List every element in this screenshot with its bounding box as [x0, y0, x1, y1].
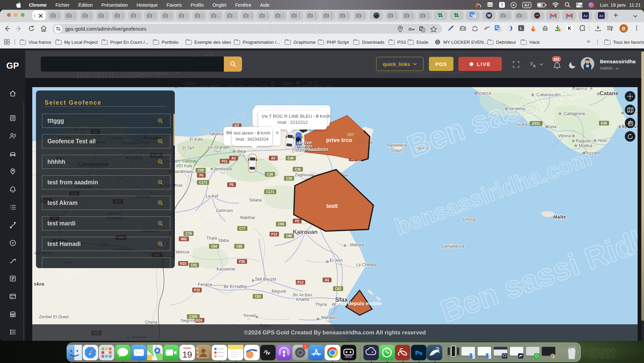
- svg-text:Thyna: Thyna: [315, 302, 327, 307]
- svg-text:P15: P15: [194, 288, 200, 292]
- svg-text:Cheria: Cheria: [145, 320, 158, 325]
- svg-text:prive trco: prive trco: [326, 137, 352, 143]
- svg-text:P3E: P3E: [239, 260, 245, 263]
- svg-text:C40: C40: [288, 156, 294, 160]
- svg-text:Siliana: Siliana: [249, 198, 262, 203]
- svg-text:C28: C28: [267, 173, 273, 176]
- svg-text:A3: A3: [232, 156, 236, 160]
- svg-text:C86: C86: [286, 234, 292, 238]
- svg-text:19: 19: [183, 350, 192, 360]
- svg-text:Sfax depuis mobile: Sfax depuis mobile: [336, 300, 382, 306]
- svg-text:C27: C27: [348, 133, 354, 137]
- svg-text:P11: P11: [222, 159, 228, 163]
- svg-text:Thala: Thala: [206, 236, 217, 241]
- svg-text:Mahares: Mahares: [321, 315, 338, 320]
- svg-text:A: A: [533, 64, 536, 68]
- svg-text:Béja: Béja: [237, 149, 246, 154]
- svg-text:Raguse: Raguse: [576, 139, 590, 143]
- svg-text:skra: skra: [34, 281, 45, 287]
- svg-text:Gela: Gela: [548, 124, 556, 129]
- svg-text:P6: P6: [199, 174, 204, 177]
- svg-text:C77: C77: [239, 227, 246, 230]
- svg-text:Sbiba: Sbiba: [218, 238, 229, 243]
- svg-text:testt: testt: [326, 203, 338, 209]
- svg-text:Kasserine: Kasserine: [216, 267, 235, 271]
- svg-text:Zeribet El Oued: Zeribet El Oued: [39, 315, 69, 319]
- svg-text:P2: P2: [295, 219, 299, 223]
- svg-text:A3: A3: [271, 156, 276, 160]
- svg-text:Caltagirone: Caltagirone: [564, 111, 585, 116]
- svg-text:C58: C58: [198, 169, 204, 172]
- svg-text:K: K: [568, 26, 571, 31]
- svg-text:C84: C84: [211, 245, 217, 248]
- svg-text:Fériana: Fériana: [198, 282, 212, 287]
- svg-text:( from aaadmin: ( from aaadmin: [292, 146, 328, 152]
- svg-text:Linosa: Linosa: [463, 217, 476, 222]
- svg-text:C85: C85: [236, 245, 243, 248]
- svg-text:Noto: Noto: [598, 138, 607, 143]
- svg-text:C91: C91: [191, 263, 197, 267]
- svg-text:XC: XC: [544, 27, 547, 30]
- svg-text:Malte: Malte: [553, 214, 566, 220]
- svg-text:Ae: Ae: [599, 14, 604, 18]
- svg-text:x: x: [474, 15, 475, 19]
- svg-text:Makthar: Makthar: [240, 215, 255, 220]
- svg-text:P12: P12: [271, 232, 277, 236]
- svg-text:Ps: Ps: [415, 350, 422, 356]
- svg-text:El Jem: El Jem: [330, 258, 343, 263]
- svg-text:Zaghouan: Zaghouan: [295, 173, 314, 177]
- svg-text:Bir El Haffey: Bir El Haffey: [224, 284, 247, 289]
- svg-text:Pantelleria: Pantelleria: [387, 143, 407, 148]
- svg-text:Sidi Bouzid: Sidi Bouzid: [255, 277, 276, 282]
- svg-text:Tébessa: Tébessa: [173, 250, 189, 254]
- svg-text:C173: C173: [199, 181, 207, 184]
- svg-text:N10: N10: [180, 262, 187, 265]
- svg-text:Kélibia: Kélibia: [356, 140, 369, 145]
- svg-text:C171: C171: [266, 190, 274, 194]
- svg-text:P5: P5: [230, 183, 234, 187]
- svg-text:C28: C28: [286, 177, 292, 180]
- svg-text:C36: C36: [295, 168, 301, 171]
- svg-text:E45: E45: [601, 121, 607, 125]
- svg-text:tv: tv: [266, 350, 270, 356]
- svg-text:L: L: [520, 26, 522, 30]
- svg-text:Vittoria: Vittoria: [558, 134, 571, 138]
- svg-text:Jendouba: Jendouba: [213, 167, 232, 171]
- svg-text:C99: C99: [278, 222, 284, 226]
- svg-text:Kairouan: Kairouan: [293, 229, 318, 235]
- svg-text:AZ: AZ: [524, 3, 529, 7]
- svg-text:W: W: [487, 13, 491, 17]
- svg-text:Sciacca: Sciacca: [476, 91, 491, 96]
- svg-text:Ae: Ae: [583, 14, 588, 18]
- svg-text:E931: E931: [532, 122, 540, 125]
- svg-text:Lampedusa: Lampedusa: [442, 244, 464, 249]
- svg-text:Scauri: Scauri: [391, 148, 402, 153]
- svg-text:Mahdia: Mahdia: [350, 243, 364, 247]
